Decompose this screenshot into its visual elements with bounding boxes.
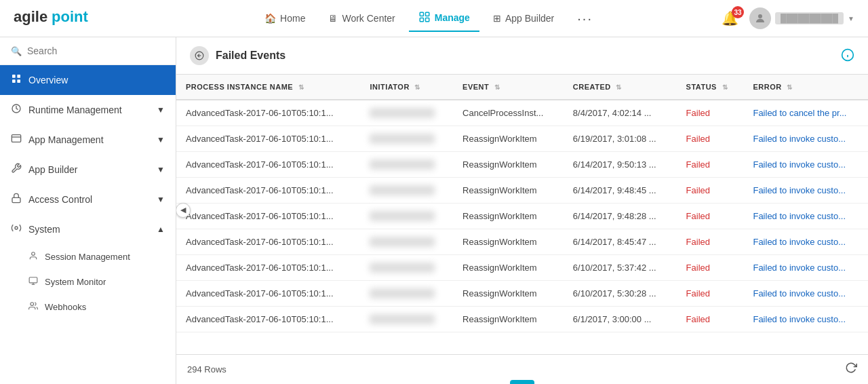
home-icon: 🏠 — [264, 13, 276, 24]
col-header-initiator[interactable]: INITIATOR ⇅ — [360, 75, 453, 100]
cell-initiator: ██████ ████ — [360, 178, 453, 204]
cell-status: Failed — [677, 126, 744, 152]
main-layout: 🔍 Overview Runtime Management ▼ — [0, 37, 868, 384]
cell-created: 6/14/2017, 9:50:13 ... — [564, 152, 677, 178]
svg-rect-12 — [12, 135, 20, 142]
cell-initiator: ██████ ████ — [360, 255, 453, 281]
search-input[interactable] — [27, 45, 165, 56]
sidebar-item-overview[interactable]: Overview — [0, 65, 176, 95]
refresh-button[interactable] — [845, 362, 857, 377]
cell-process-instance: AdvancedTask-2017-06-10T05:10:1... — [176, 204, 360, 229]
cell-process-instance: AdvancedTask-2017-06-10T05:10:1... — [176, 178, 360, 204]
cell-error: Failed to invoke custo... — [743, 255, 868, 281]
svg-point-16 — [32, 252, 35, 256]
webhooks-icon — [28, 301, 38, 313]
svg-rect-17 — [29, 277, 37, 283]
cell-process-instance: AdvancedTask-2017-06-10T05:10:1... — [176, 281, 360, 307]
avatar — [749, 7, 771, 29]
svg-text:point: point — [52, 8, 88, 25]
cell-event: ReassignWorkItem — [453, 229, 564, 255]
chevron-down-icon: ▼ — [848, 15, 854, 22]
sidebar-item-app-builder[interactable]: App Builder ▼ — [0, 155, 176, 185]
svg-rect-4 — [420, 18, 423, 21]
content-area: ◀ Failed Events ▲ — [176, 37, 868, 384]
chevron-down-icon: ▼ — [157, 195, 165, 204]
cell-initiator: ██████ ████ — [360, 126, 453, 152]
search-box[interactable]: 🔍 — [0, 37, 176, 65]
chevron-down-icon: ▼ — [157, 165, 165, 174]
user-menu-button[interactable]: ██████████ ▼ — [749, 7, 854, 29]
sidebar-item-system[interactable]: System ▲ — [0, 214, 176, 244]
nav-app-builder-label: App Builder — [505, 13, 554, 24]
collapse-sidebar-button[interactable]: ◀ — [176, 203, 191, 218]
cell-error: Failed to invoke custo... — [743, 229, 868, 255]
sort-icon: ⇅ — [414, 83, 420, 91]
app-builder-sidebar-icon — [11, 163, 22, 176]
lock-icon — [11, 193, 22, 206]
user-name-blurred: ██████████ — [775, 12, 844, 24]
cell-created: 6/1/2017, 3:00:00 ... — [564, 307, 677, 332]
nav-home-label: Home — [280, 13, 305, 24]
sidebar-item-runtime-management[interactable]: Runtime Management ▼ — [0, 95, 176, 125]
runtime-icon — [11, 103, 22, 117]
back-button[interactable] — [190, 46, 209, 65]
person-icon — [28, 251, 38, 263]
overview-icon — [11, 73, 22, 87]
search-icon: 🔍 — [11, 46, 22, 56]
col-header-created[interactable]: CREATED ⇅ — [564, 75, 677, 100]
col-header-error[interactable]: ERROR ⇅ — [743, 75, 868, 100]
col-header-status[interactable]: STATUS ⇅ — [677, 75, 744, 100]
cell-initiator: ██████ ████ — [360, 281, 453, 307]
chevron-up-icon: ▲ — [157, 225, 165, 234]
info-button[interactable] — [841, 48, 854, 64]
sort-icon: ⇅ — [616, 83, 622, 91]
sort-icon: ⇅ — [787, 83, 793, 91]
sidebar-sub-item-session-management[interactable]: Session Management — [0, 244, 176, 269]
nav-manage[interactable]: Manage — [409, 5, 479, 32]
content-header-left: Failed Events — [190, 46, 285, 65]
cell-error: Failed to invoke custo... — [743, 178, 868, 204]
nav-more[interactable]: ··· — [568, 5, 602, 32]
sort-icon: ⇅ — [298, 83, 304, 91]
sidebar-sub-item-system-monitor[interactable]: System Monitor — [0, 269, 176, 294]
table-row: AdvancedTask-2017-06-10T05:10:1... █████… — [176, 229, 868, 255]
nav-right: 🔔 33 ██████████ ▼ — [722, 7, 854, 29]
table-row: AdvancedTask-2017-06-10T05:10:1... █████… — [176, 178, 868, 204]
cell-event: ReassignWorkItem — [453, 152, 564, 178]
table-header-row: PROCESS INSTANCE NAME ⇅ INITIATOR ⇅ EVEN… — [176, 75, 868, 100]
table-row: AdvancedTask-2017-06-10T05:10:1... █████… — [176, 126, 868, 152]
cell-error: Failed to invoke custo... — [743, 152, 868, 178]
cell-initiator: ██████ ████ — [360, 307, 453, 332]
nav-items: 🏠 Home 🖥 Work Center Manage ⊞ App Builde… — [136, 5, 722, 32]
col-header-process-instance-name[interactable]: PROCESS INSTANCE NAME ⇅ — [176, 75, 360, 100]
manage-icon — [418, 11, 431, 25]
nav-work-center[interactable]: 🖥 Work Center — [319, 7, 404, 29]
nav-home[interactable]: 🏠 Home — [255, 7, 315, 29]
sidebar-sub-item-webhooks[interactable]: Webhooks — [0, 294, 176, 320]
cell-created: 6/10/2017, 5:37:42 ... — [564, 255, 677, 281]
sidebar-item-system-label: System — [28, 224, 60, 235]
collapse-panel-button[interactable]: ▲ — [510, 380, 534, 384]
sort-icon: ⇅ — [494, 83, 500, 91]
sidebar: 🔍 Overview Runtime Management ▼ — [0, 37, 176, 384]
nav-work-center-label: Work Center — [342, 13, 395, 24]
cell-created: 6/14/2017, 9:48:45 ... — [564, 178, 677, 204]
sidebar-item-overview-label: Overview — [28, 75, 68, 85]
table-row: AdvancedTask-2017-06-10T05:10:1... █████… — [176, 152, 868, 178]
table-container: PROCESS INSTANCE NAME ⇅ INITIATOR ⇅ EVEN… — [176, 75, 868, 354]
col-header-event[interactable]: EVENT ⇅ — [453, 75, 564, 100]
cell-error: Failed to invoke custo... — [743, 204, 868, 229]
chevron-down-icon: ▼ — [157, 105, 165, 115]
monitor-icon: 🖥 — [328, 13, 338, 24]
rows-count: 294 Rows — [187, 364, 226, 375]
cell-process-instance: AdvancedTask-2017-06-10T05:10:1... — [176, 152, 360, 178]
nav-app-builder[interactable]: ⊞ App Builder — [484, 7, 564, 29]
cell-created: 6/19/2017, 3:01:08 ... — [564, 126, 677, 152]
sidebar-item-app-builder-label: App Builder — [28, 164, 77, 175]
cell-event: ReassignWorkItem — [453, 255, 564, 281]
sidebar-item-access-control[interactable]: Access Control ▼ — [0, 185, 176, 214]
cell-initiator: ██████ ████ — [360, 204, 453, 229]
notification-button[interactable]: 🔔 33 — [722, 10, 738, 26]
sidebar-item-app-management[interactable]: App Management ▼ — [0, 125, 176, 155]
svg-rect-8 — [17, 75, 20, 78]
